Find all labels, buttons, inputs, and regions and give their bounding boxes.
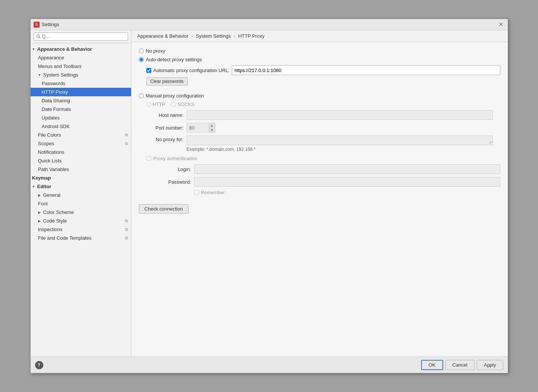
host-name-label: Host name: [146,112,184,118]
breadcrumb-sep-2: › [234,33,235,39]
auto-config-checkbox[interactable] [146,68,151,73]
sidebar-item-passwords[interactable]: Passwords [31,79,131,88]
sidebar-item-android-sdk[interactable]: Android SDK [31,122,131,131]
remember-label[interactable]: Remember [201,190,225,195]
host-name-row: Host name: [146,110,500,120]
port-input[interactable] [187,123,209,133]
copy-icon: ⧉ [125,236,128,240]
search-input[interactable] [34,32,128,41]
cancel-button[interactable]: Cancel [445,360,475,370]
proxy-auth-label[interactable]: Proxy authentication [153,156,198,161]
sidebar-item-label: Passwords [42,81,66,86]
http-protocol-radio[interactable] [146,102,151,107]
sidebar-item-label: Quick Lists [38,158,62,164]
apply-button[interactable]: Apply [477,360,503,370]
sidebar-item-label: Updates [42,115,60,121]
title-bar: S Settings ✕ [31,19,508,30]
password-input[interactable] [194,177,500,187]
auto-config-label[interactable]: Automatic proxy configuration URL: [153,68,230,73]
check-connection-button[interactable]: Check connection [139,204,189,214]
protocol-sub-row: HTTP SOCKS [146,102,500,107]
sidebar-item-code-style[interactable]: ▶ Code Style ⧉ [31,217,131,225]
sidebar-item-file-colors[interactable]: File Colors ⧉ [31,131,131,139]
port-decrement-button[interactable]: ▼ [209,128,215,132]
no-proxy-label[interactable]: No proxy [146,48,165,54]
title-bar-left: S Settings [34,22,59,28]
search-box [31,30,131,43]
sidebar-item-scopes[interactable]: Scopes ⧉ [31,139,131,148]
bottom-left: ? [35,361,43,369]
manual-proxy-row: Manual proxy configuration [139,93,500,99]
copy-icon: ⧉ [125,133,128,137]
socks-protocol-radio[interactable] [171,102,176,107]
sidebar-item-quick-lists[interactable]: Quick Lists [31,156,131,165]
auto-detect-radio[interactable] [139,57,144,62]
sidebar-item-label: Date Formats [42,106,71,112]
sidebar-item-system-settings[interactable]: ▼ System Settings [31,71,131,79]
sidebar-item-path-variables[interactable]: Path Variables [31,165,131,174]
sidebar-item-data-sharing[interactable]: Data Sharing [31,96,131,105]
manual-proxy-radio[interactable] [139,93,144,98]
sidebar-item-appearance-behavior[interactable]: ▼ Appearance & Behavior [31,45,131,53]
remember-checkbox[interactable] [194,190,199,195]
port-number-row: Port number: ▲ ▼ [146,123,500,133]
sidebar-item-label: Menus and Toolbars [38,63,82,69]
auto-detect-label[interactable]: Auto-detect proxy settings [146,57,202,62]
no-proxy-for-wrapper: ⤢ [187,136,493,145]
breadcrumb-part-2: System Settings [196,33,231,39]
port-increment-button[interactable]: ▲ [209,123,215,128]
sidebar-item-file-code-templates[interactable]: File and Code Templates ⧉ [31,234,131,242]
login-row: Login: [154,164,500,174]
http-protocol-label[interactable]: HTTP [153,102,165,107]
sidebar-item-general[interactable]: ▶ General [31,191,131,199]
sidebar-item-keymap[interactable]: Keymap [31,174,131,182]
sidebar-item-label: Scopes [38,141,54,146]
remember-row: Remember [154,190,500,195]
sidebar-item-label: Editor [37,184,52,189]
no-proxy-for-input[interactable] [187,136,493,145]
sidebar-item-editor[interactable]: ▼ Editor [31,182,131,191]
sidebar-item-http-proxy[interactable]: HTTP Proxy [31,88,131,96]
no-proxy-radio[interactable] [139,49,144,53]
proxy-auth-checkbox[interactable] [146,156,151,161]
chevron-right-icon: ▶ [38,193,42,197]
login-input[interactable] [194,164,500,174]
login-label: Login: [154,167,191,172]
sidebar-item-notifications[interactable]: Notifications [31,148,131,156]
sidebar-item-label: Keymap [32,175,51,181]
bottom-right: OK Cancel Apply [421,360,503,370]
password-row: Password: [154,177,500,187]
host-name-input[interactable] [187,110,493,120]
breadcrumb-part-3: HTTP Proxy [238,33,265,39]
close-button[interactable]: ✕ [497,21,505,28]
auto-config-url-input[interactable] [232,65,500,75]
chevron-down-icon: ▼ [32,185,36,189]
remember-wrapper: Remember [194,190,225,195]
copy-icon: ⧉ [125,141,128,146]
port-number-label: Port number: [146,125,184,131]
sidebar-item-font[interactable]: Font [31,199,131,208]
socks-protocol-label[interactable]: SOCKS [177,102,195,107]
sidebar-item-menus-toolbars[interactable]: Menus and Toolbars [31,62,131,71]
manual-proxy-section: Manual proxy configuration HTTP SOCKS [139,93,500,195]
manual-proxy-label[interactable]: Manual proxy configuration [146,93,204,99]
sidebar-item-date-formats[interactable]: Date Formats [31,105,131,113]
sidebar-item-color-scheme[interactable]: ▶ Color Scheme [31,208,131,217]
proxy-auth-section: Proxy authentication Login: Password: [146,156,500,195]
example-text: Example: *.domain.com, 192.168.* [187,147,500,152]
breadcrumb: Appearance & Behavior › System Settings … [131,30,508,42]
clear-passwords-button[interactable]: Clear passwords [146,77,188,85]
sidebar-item-inspections[interactable]: Inspections ⧉ [31,225,131,234]
ok-button[interactable]: OK [421,360,443,370]
sidebar-item-appearance[interactable]: Appearance [31,53,131,62]
sidebar-item-label: Data Sharing [42,98,70,103]
sidebar-item-updates[interactable]: Updates [31,113,131,122]
port-spinner: ▲ ▼ [187,123,215,133]
chevron-right-icon: ▶ [38,211,42,214]
copy-icon: ⧉ [125,227,128,232]
sidebar-item-label: File Colors [38,132,61,138]
help-button[interactable]: ? [35,361,43,369]
password-label: Password: [154,179,191,185]
sidebar-item-label: Appearance [38,55,64,60]
auto-config-url-row: Automatic proxy configuration URL: [146,65,500,75]
